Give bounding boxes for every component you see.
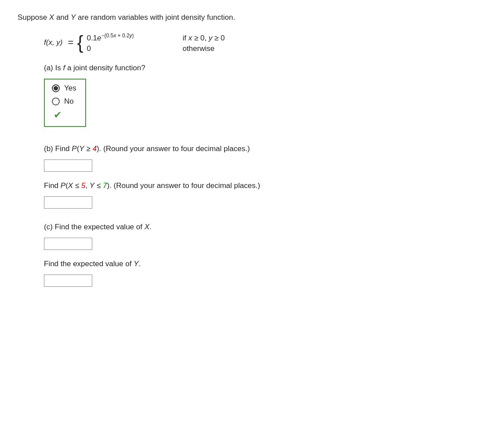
- part-a-section: (a) Is f a joint density function? Yes N…: [44, 64, 486, 130]
- radio-no-option[interactable]: No: [52, 97, 76, 106]
- radio-yes-option[interactable]: Yes: [52, 84, 76, 93]
- brace-symbol: {: [77, 33, 83, 52]
- part-c-section: (c) Find the expected value of X. Find t…: [44, 223, 486, 287]
- radio-yes-circle[interactable]: [52, 84, 60, 92]
- cases-table: 0.1e−(0.5x + 0.2y) if x ≥ 0, y ≥ 0 0 oth…: [87, 33, 225, 53]
- part-c-question1: (c) Find the expected value of X.: [44, 223, 486, 231]
- part-b-input1[interactable]: [44, 159, 92, 172]
- formula-label: f(x, y): [44, 38, 63, 47]
- case2-expr: 0: [87, 44, 174, 53]
- part-b-question1: (b) Find P(Y ≥ 4). (Round your answer to…: [44, 145, 486, 153]
- part-b-question2: Find P(X ≤ 5, Y ≤ 7). (Round your answer…: [44, 181, 486, 190]
- formula-block: f(x, y) = { 0.1e−(0.5x + 0.2y) if x ≥ 0,…: [44, 33, 486, 53]
- threshold-7: 7: [103, 181, 107, 190]
- case-row-2: 0 otherwise: [87, 44, 225, 53]
- part-c-input1[interactable]: [44, 238, 92, 250]
- part-c-input2[interactable]: [44, 275, 92, 287]
- radio-options-box: Yes No ✔: [44, 79, 86, 127]
- threshold-4: 4: [92, 145, 96, 153]
- intro-text: Suppose X and Y are random variables wit…: [18, 13, 486, 22]
- case-row-1: 0.1e−(0.5x + 0.2y) if x ≥ 0, y ≥ 0: [87, 33, 225, 43]
- case1-condition: if x ≥ 0, y ≥ 0: [182, 34, 225, 43]
- radio-no-label: No: [64, 97, 74, 106]
- correct-checkmark: ✔: [54, 109, 76, 121]
- part-b-input2[interactable]: [44, 196, 92, 209]
- part-c-question2: Find the expected value of Y.: [44, 260, 486, 268]
- threshold-5: 5: [81, 181, 85, 190]
- radio-yes-label: Yes: [64, 84, 76, 93]
- case2-condition: otherwise: [182, 44, 214, 53]
- equals-sign: =: [68, 37, 74, 48]
- part-b-section: (b) Find P(Y ≥ 4). (Round your answer to…: [44, 145, 486, 209]
- part-a-question: (a) Is f a joint density function?: [44, 64, 486, 72]
- case1-expr: 0.1e−(0.5x + 0.2y): [87, 33, 174, 43]
- radio-no-circle[interactable]: [52, 98, 60, 105]
